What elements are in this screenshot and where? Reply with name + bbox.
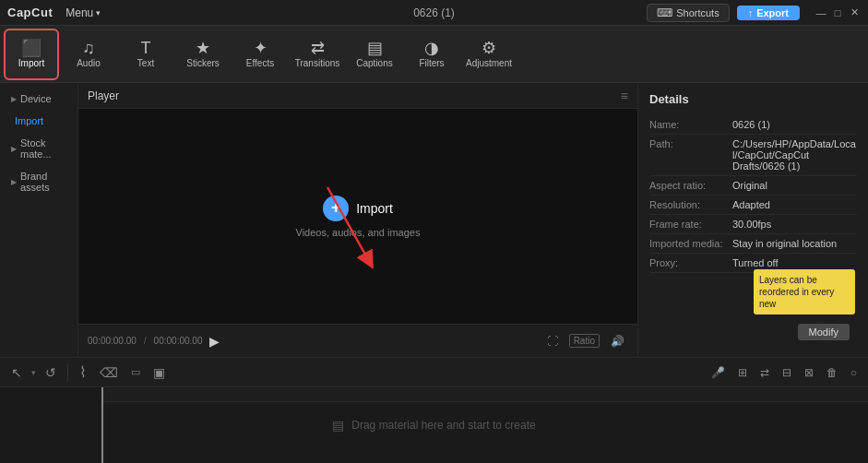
timeline-ruler (101, 387, 868, 402)
tl-circle-btn[interactable]: ○ (847, 364, 861, 381)
detail-label: Aspect ratio: (649, 180, 732, 191)
sidebar-section-device[interactable]: ▶Device (4, 89, 74, 109)
detail-row: Path: C:/Users/HP/AppData/Local/CapCut/C… (649, 135, 857, 176)
filters-label: Filters (419, 59, 444, 68)
total-time: 00:00:00.00 (154, 336, 203, 346)
player-title: Player (88, 89, 119, 102)
sidebar-section-stock: Stock mate... (20, 137, 66, 160)
close-button[interactable]: ✕ (848, 6, 861, 19)
effects-label: Effects (246, 59, 274, 68)
undo-button[interactable]: ↺ (42, 363, 60, 382)
captions-icon: ▤ (367, 40, 383, 56)
play-button[interactable]: ▶ (209, 334, 220, 349)
adjustment-icon: ⚙ (482, 40, 496, 56)
sidebar-section-stock[interactable]: ▶Stock mate... (4, 133, 74, 164)
drag-material-hint: ▤ Drag material here and start to create (332, 418, 535, 433)
tl-trash-btn[interactable]: 🗑 (823, 364, 841, 381)
stickers-label: Stickers (186, 59, 220, 68)
tl-grid-btn[interactable]: ⊞ (734, 364, 751, 381)
details-panel: Details Name: 0626 (1) Path: C:/Users/HP… (637, 83, 868, 357)
select-tool-button[interactable]: ↖ (7, 363, 26, 382)
import-center-button[interactable]: + Import Videos, audios, and images (296, 196, 421, 238)
toolbar-item-captions[interactable]: ▤Captions (347, 29, 402, 80)
details-rows: Name: 0626 (1) Path: C:/Users/HP/AppData… (649, 115, 857, 273)
details-title: Details (649, 92, 857, 106)
sidebar-item-import[interactable]: Import (4, 111, 74, 131)
split-button[interactable]: ⌇ (76, 362, 90, 383)
section-arrow-device: ▶ (11, 95, 17, 103)
detail-row: Resolution: Adapted (649, 196, 857, 215)
sidebar-section-brand[interactable]: ▶Brand assets (4, 166, 74, 197)
delete-button2[interactable]: ▭ (127, 364, 144, 380)
effects-icon: ✦ (254, 40, 268, 56)
layers-tooltip: Layers can be reordered in every new (754, 269, 855, 315)
delete-button3[interactable]: ▣ (149, 363, 169, 382)
select-dropdown-arrow[interactable]: ▾ (31, 368, 36, 377)
audio-icon: ♫ (82, 40, 95, 56)
detail-value: Turned off (732, 257, 857, 268)
import-icon: ⬛ (21, 40, 42, 56)
toolbar-item-text[interactable]: TText (118, 29, 173, 80)
detail-row: Frame rate: 30.00fps (649, 215, 857, 234)
player-controls: 00:00:00.00 / 00:00:00.00 ▶ ⛶ Ratio 🔊 (78, 324, 637, 357)
toolbar-item-adjustment[interactable]: ⚙Adjustment (461, 29, 517, 80)
import-label: Import (356, 201, 393, 216)
current-time: 00:00:00.00 (88, 336, 137, 346)
volume-icon[interactable]: 🔊 (607, 333, 628, 350)
toolbar-item-transitions[interactable]: ⇄Transitions (290, 29, 345, 80)
player-header: Player ≡ (78, 83, 637, 109)
fullscreen-icon[interactable]: ⛶ (543, 333, 562, 350)
section-arrow-stock: ▶ (11, 145, 17, 153)
import-plus-icon: + (323, 196, 349, 221)
drag-icon: ▤ (332, 418, 344, 433)
menu-button[interactable]: Menu ▾ (60, 5, 106, 21)
tl-unlink-btn[interactable]: ⊟ (779, 364, 795, 381)
captions-label: Captions (356, 59, 392, 68)
filters-icon: ◑ (424, 40, 439, 56)
text-label: Text (137, 59, 154, 68)
sidebar-section-device: Device (20, 93, 52, 104)
import-label: Import (18, 59, 44, 68)
tl-link-btn[interactable]: ⇄ (756, 364, 773, 381)
tl-audio-btn[interactable]: 🎤 (707, 364, 729, 381)
player-content: + Import Videos, audios, and images (78, 109, 637, 324)
detail-row: Name: 0626 (1) (649, 115, 857, 135)
transitions-icon: ⇄ (311, 40, 325, 56)
text-icon: T (141, 40, 151, 56)
audio-label: Audio (77, 59, 101, 68)
toolbar-item-filters[interactable]: ◑Filters (404, 29, 459, 80)
toolbar-separator (67, 364, 68, 381)
shortcuts-button[interactable]: ⌨ Shortcuts (647, 4, 729, 22)
timeline-content: ▤ Drag material here and start to create (0, 387, 868, 463)
toolbar-item-effects[interactable]: ✦Effects (232, 29, 288, 80)
export-button[interactable]: ↑ Export (737, 6, 800, 20)
transitions-label: Transitions (295, 59, 340, 68)
player-menu-icon[interactable]: ≡ (621, 89, 628, 103)
delete-clip-button[interactable]: ⌫ (96, 363, 122, 382)
detail-value: 30.00fps (732, 219, 857, 230)
detail-value: C:/Users/HP/AppData/Local/CapCut/CapCut … (732, 138, 857, 172)
top-bar: CapCut Menu ▾ 0626 (1) ⌨ Shortcuts ↑ Exp… (0, 0, 868, 26)
ratio-icon[interactable]: Ratio (569, 334, 600, 348)
detail-row: Imported media: Stay in original locatio… (649, 234, 857, 254)
import-subtext: Videos, audios, and images (296, 227, 421, 238)
detail-row: Aspect ratio: Original (649, 176, 857, 196)
timeline-toolbar: ↖ ▾ ↺ ⌇ ⌫ ▭ ▣ 🎤 ⊞ ⇄ ⊟ ⊠ 🗑 ○ (0, 358, 868, 387)
detail-label: Proxy: (649, 257, 732, 268)
timeline-area: ↖ ▾ ↺ ⌇ ⌫ ▭ ▣ 🎤 ⊞ ⇄ ⊟ ⊠ 🗑 ○ ▤ Drag mater… (0, 357, 868, 463)
minimize-button[interactable]: — (814, 6, 827, 19)
toolbar-item-audio[interactable]: ♫Audio (61, 29, 116, 80)
detail-value: Adapted (732, 199, 857, 210)
main-area: ▶DeviceImport▶Stock mate...▶Brand assets… (0, 83, 868, 357)
left-sidebar: ▶DeviceImport▶Stock mate...▶Brand assets (0, 83, 78, 357)
toolbar-item-import[interactable]: ⬛Import (4, 29, 59, 80)
detail-value: Stay in original location (732, 238, 857, 249)
toolbar-item-stickers[interactable]: ★Stickers (175, 29, 231, 80)
maximize-button[interactable]: □ (831, 6, 844, 19)
detail-label: Path: (649, 138, 732, 149)
window-title: 0626 (1) (413, 6, 455, 19)
modify-button[interactable]: Modify (798, 324, 850, 340)
tl-copy-btn[interactable]: ⊠ (801, 364, 817, 381)
app-logo: CapCut (7, 6, 53, 19)
stickers-icon: ★ (196, 40, 210, 56)
